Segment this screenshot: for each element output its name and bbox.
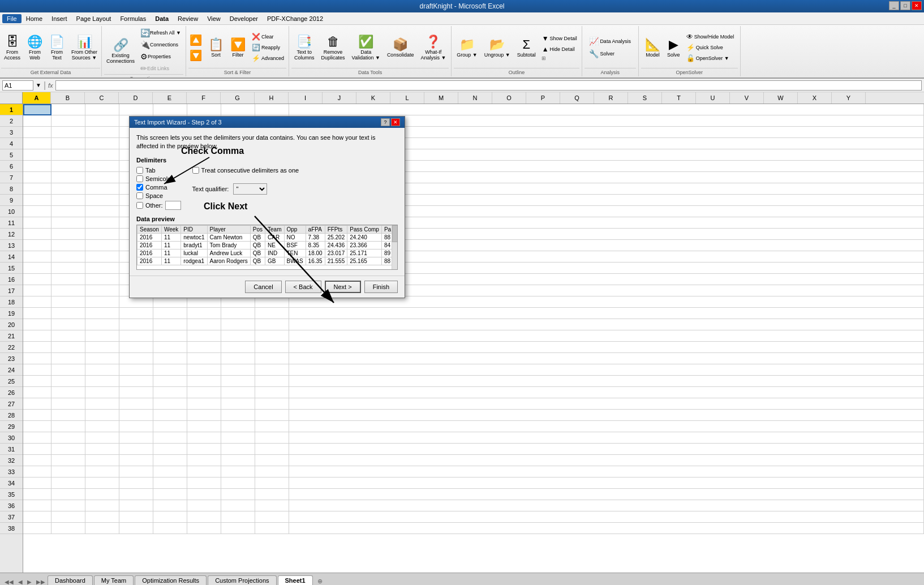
cell-H34[interactable] <box>255 478 289 489</box>
cell-f1[interactable] <box>187 104 221 115</box>
col-header-j[interactable]: J <box>323 92 356 104</box>
cell-A11[interactable] <box>23 217 51 229</box>
finish-btn[interactable]: Finish <box>364 281 398 293</box>
cell-G33[interactable] <box>221 466 255 478</box>
cell-B8[interactable] <box>51 183 85 195</box>
dialog-close-btn[interactable]: ✕ <box>391 118 400 126</box>
cell-G32[interactable] <box>221 455 255 466</box>
cell-B5[interactable] <box>51 149 85 161</box>
cell-A15[interactable] <box>23 263 51 274</box>
cell-A22[interactable] <box>23 342 51 353</box>
cell-F33[interactable] <box>187 466 221 478</box>
cell-F32[interactable] <box>187 455 221 466</box>
cell-A34[interactable] <box>23 478 51 489</box>
row-header-22[interactable]: 22 <box>0 342 23 353</box>
cell-A32[interactable] <box>23 455 51 466</box>
cell-F18[interactable] <box>187 296 221 308</box>
cell-G26[interactable] <box>221 387 255 398</box>
col-header-w[interactable]: W <box>764 92 798 104</box>
cell-F21[interactable] <box>187 330 221 342</box>
cell-H33[interactable] <box>255 466 289 478</box>
cell-G19[interactable] <box>221 308 255 319</box>
cell-H21[interactable] <box>255 330 289 342</box>
row-header-38[interactable]: 38 <box>0 523 23 534</box>
row-header-34[interactable]: 34 <box>0 478 23 489</box>
connections-btn[interactable]: 🔌 Connections <box>138 39 183 50</box>
cell-E31[interactable] <box>153 444 187 455</box>
cell-F24[interactable] <box>187 364 221 376</box>
cell-G30[interactable] <box>221 432 255 444</box>
col-header-s[interactable]: S <box>628 92 662 104</box>
row-header-32[interactable]: 32 <box>0 455 23 466</box>
cell-D20[interactable] <box>119 319 153 330</box>
cell-E32[interactable] <box>153 455 187 466</box>
cell-A18[interactable] <box>23 296 51 308</box>
cell-E29[interactable] <box>153 421 187 432</box>
cell-G34[interactable] <box>221 478 255 489</box>
cell-B16[interactable] <box>51 274 85 285</box>
cell-G31[interactable] <box>221 444 255 455</box>
cell-D25[interactable] <box>119 376 153 387</box>
sort-az-btn[interactable]: 🔼 <box>188 33 203 48</box>
comma-checkbox[interactable] <box>136 184 143 191</box>
cell-rest-25[interactable] <box>289 376 924 387</box>
menu-data[interactable]: Data <box>151 14 173 23</box>
cell-C12[interactable] <box>85 229 119 240</box>
row-header-28[interactable]: 28 <box>0 410 23 421</box>
cell-B23[interactable] <box>51 353 85 364</box>
sheet-tab-optimization-results[interactable]: Optimization Results <box>135 575 207 585</box>
cell-h1[interactable] <box>255 104 289 115</box>
cell-B14[interactable] <box>51 251 85 263</box>
cell-D35[interactable] <box>119 489 153 500</box>
cell-F25[interactable] <box>187 376 221 387</box>
cell-B31[interactable] <box>51 444 85 455</box>
cell-rest-22[interactable] <box>289 342 924 353</box>
cell-A29[interactable] <box>23 421 51 432</box>
semicolon-checkbox[interactable] <box>136 175 143 182</box>
cell-A24[interactable] <box>23 364 51 376</box>
cell-C13[interactable] <box>85 240 119 251</box>
cell-B38[interactable] <box>51 523 85 534</box>
cell-E34[interactable] <box>153 478 187 489</box>
row-header-5[interactable]: 5 <box>0 149 23 161</box>
tab-checkbox[interactable] <box>136 167 143 174</box>
cancel-btn[interactable]: Cancel <box>245 281 281 293</box>
cell-rest-23[interactable] <box>289 353 924 364</box>
menu-file[interactable]: File <box>2 14 22 23</box>
cell-H36[interactable] <box>255 500 289 511</box>
cell-D33[interactable] <box>119 466 153 478</box>
cell-A3[interactable] <box>23 127 51 138</box>
tab-nav-prev[interactable]: ◀ <box>16 579 25 585</box>
subtotal-btn[interactable]: Σ Subtotal <box>514 36 539 59</box>
sheet-tab-dashboard[interactable]: Dashboard <box>48 575 93 585</box>
cell-E35[interactable] <box>153 489 187 500</box>
cell-D29[interactable] <box>119 421 153 432</box>
row-header-26[interactable]: 26 <box>0 387 23 398</box>
minimize-btn[interactable]: _ <box>889 1 899 10</box>
cell-A14[interactable] <box>23 251 51 263</box>
cell-C30[interactable] <box>85 432 119 444</box>
space-checkbox[interactable] <box>136 192 143 199</box>
cell-E38[interactable] <box>153 523 187 534</box>
formula-input[interactable] <box>55 80 922 91</box>
what-if-btn[interactable]: ❓ What-If Analysis ▼ <box>418 33 449 62</box>
cell-A12[interactable] <box>23 229 51 240</box>
cell-B7[interactable] <box>51 172 85 183</box>
cell-B10[interactable] <box>51 206 85 217</box>
cell-A20[interactable] <box>23 319 51 330</box>
row-header-25[interactable]: 25 <box>0 376 23 387</box>
consecutive-checkbox[interactable] <box>192 167 199 174</box>
cell-B17[interactable] <box>51 285 85 296</box>
cell-F35[interactable] <box>187 489 221 500</box>
cell-H38[interactable] <box>255 523 289 534</box>
cell-C16[interactable] <box>85 274 119 285</box>
row-header-29[interactable]: 29 <box>0 421 23 432</box>
cell-A26[interactable] <box>23 387 51 398</box>
col-header-l[interactable]: L <box>390 92 424 104</box>
menu-page-layout[interactable]: Page Layout <box>72 14 116 23</box>
cell-F34[interactable] <box>187 478 221 489</box>
cell-A21[interactable] <box>23 330 51 342</box>
col-header-r[interactable]: R <box>594 92 628 104</box>
cell-E33[interactable] <box>153 466 187 478</box>
cell-A19[interactable] <box>23 308 51 319</box>
